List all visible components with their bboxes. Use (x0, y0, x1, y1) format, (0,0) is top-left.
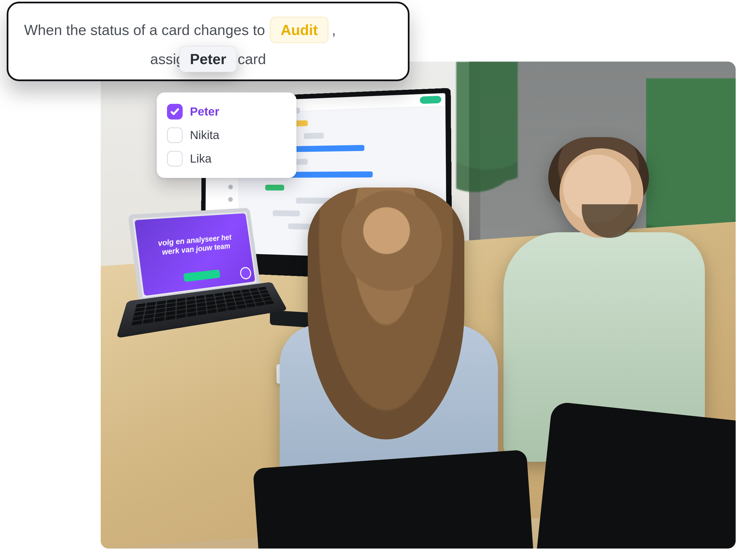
assignee-option[interactable]: Lika (165, 147, 288, 170)
laptop-headline: volg en analyseer het werk van jouw team (148, 232, 241, 258)
assignee-pill-label: Peter (190, 49, 226, 69)
assignee-option[interactable]: Nikita (165, 123, 288, 147)
assignee-option-label: Peter (190, 105, 219, 118)
rule-text-prefix: When the status of a card changes to (24, 20, 265, 40)
photo-chair-right (534, 401, 736, 549)
checkbox-icon[interactable] (167, 151, 183, 167)
checkbox-checked-icon[interactable] (167, 104, 183, 119)
status-pill[interactable]: Audit (270, 17, 328, 43)
laptop-cta-button (183, 270, 221, 282)
assignee-option-label: Lika (190, 152, 211, 165)
rule-line-2: assign Peter to the card (24, 49, 392, 69)
checkbox-icon[interactable] (167, 127, 183, 143)
laptop-chat-bubble-icon (240, 268, 251, 279)
laptop-screen: volg en analyseer het werk van jouw team (135, 213, 255, 296)
automation-rule-card: When the status of a card changes to Aud… (7, 2, 409, 81)
gantt-row-avatars (228, 197, 233, 202)
rule-text-comma: , (332, 20, 336, 40)
gantt-bar (304, 133, 324, 139)
status-pill-label: Audit (281, 20, 318, 40)
rule-line-1: When the status of a card changes to Aud… (24, 17, 392, 43)
assignee-dropdown[interactable]: PeterNikitaLika (156, 92, 296, 178)
assignee-option[interactable]: Peter (165, 100, 288, 123)
avatar-icon (228, 184, 233, 190)
avatar-icon (228, 197, 233, 202)
assignee-option-label: Nikita (190, 129, 219, 142)
laptop-subcopy (157, 258, 237, 266)
laptop-hero: volg en analyseer het werk van jouw team (135, 213, 255, 296)
assignee-pill[interactable]: Peter (179, 46, 237, 72)
gantt-row-avatars (228, 184, 233, 190)
stage: AOC volg en analyseer het werk van jouw … (0, 0, 746, 560)
